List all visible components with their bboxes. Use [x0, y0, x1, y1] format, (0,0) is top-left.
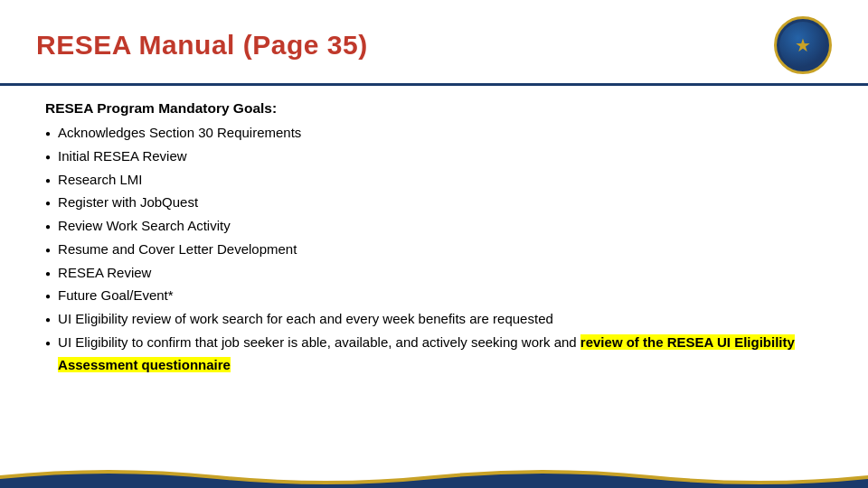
item-text: Resume and Cover Letter Development	[58, 239, 832, 261]
bullet-icon: ●	[45, 336, 51, 352]
section-title: RESEA Program Mandatory Goals:	[45, 100, 832, 117]
bullet-list: ● Acknowledges Section 30 Requirements ●…	[45, 122, 832, 376]
list-item: ● RESEA Review	[45, 262, 832, 285]
content-area: RESEA Program Mandatory Goals: ● Acknowl…	[0, 86, 868, 463]
item-text: Review Work Search Activity	[58, 215, 832, 238]
item-text: Acknowledges Section 30 Requirements	[58, 122, 832, 145]
list-item: ● Acknowledges Section 30 Requirements	[45, 122, 832, 145]
item-text: RESEA Review	[58, 262, 832, 285]
list-item-highlight: ● UI Eligibility to confirm that job see…	[45, 332, 832, 377]
footer-decoration	[0, 463, 868, 488]
logo: ★	[774, 16, 832, 74]
highlighted-text: review of the RESEA UI Eligibility Asses…	[58, 334, 795, 372]
item-text: Future Goal/Event*	[58, 285, 832, 307]
item-text: Research LMI	[58, 169, 832, 192]
logo-inner: ★	[779, 22, 826, 69]
item-text: Register with JobQuest	[58, 192, 832, 214]
bullet-icon: ●	[45, 127, 51, 142]
bullet-icon: ●	[45, 174, 51, 189]
bullet-icon: ●	[45, 196, 51, 211]
page-title: RESEA Manual (Page 35)	[36, 30, 368, 61]
footer-svg	[0, 463, 868, 488]
bullet-icon: ●	[45, 243, 51, 258]
header: RESEA Manual (Page 35) ★	[0, 0, 868, 86]
bullet-icon: ●	[45, 289, 51, 305]
item-text-with-highlight: UI Eligibility to confirm that job seeke…	[58, 332, 832, 377]
list-item: ● Initial RESEA Review	[45, 145, 832, 168]
bullet-icon: ●	[45, 313, 51, 328]
list-item: ● Review Work Search Activity	[45, 215, 832, 238]
logo-star-icon: ★	[795, 34, 811, 56]
bullet-icon: ●	[45, 267, 51, 282]
list-item: ● Research LMI	[45, 169, 832, 192]
page-container: RESEA Manual (Page 35) ★ RESEA Program M…	[0, 0, 868, 488]
list-item: ● Register with JobQuest	[45, 192, 832, 214]
list-item: ● UI Eligibility review of work search f…	[45, 308, 832, 331]
list-item: ● Future Goal/Event*	[45, 285, 832, 307]
item-text: Initial RESEA Review	[58, 145, 832, 168]
bullet-icon: ●	[45, 220, 51, 235]
list-item: ● Resume and Cover Letter Development	[45, 239, 832, 261]
bullet-icon: ●	[45, 150, 51, 165]
item-text: UI Eligibility review of work search for…	[58, 308, 832, 331]
